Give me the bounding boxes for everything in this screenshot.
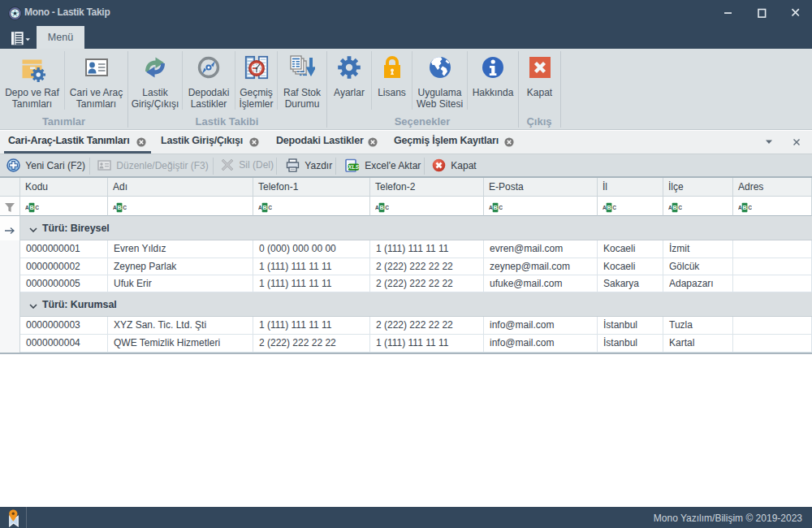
- svg-text:C: C: [612, 205, 616, 210]
- svg-text:XLS: XLS: [348, 164, 360, 170]
- svg-text:A: A: [489, 205, 493, 210]
- svg-text:A: A: [375, 205, 379, 210]
- svg-text:B: B: [117, 204, 121, 211]
- svg-text:B: B: [29, 204, 33, 211]
- svg-text:A: A: [25, 205, 29, 210]
- svg-text:C: C: [499, 205, 503, 210]
- svg-text:A: A: [113, 205, 117, 210]
- svg-text:C: C: [123, 205, 127, 210]
- svg-text:C: C: [385, 205, 389, 210]
- svg-text:B: B: [742, 204, 746, 211]
- svg-text:B: B: [493, 204, 497, 211]
- svg-text:C: C: [678, 205, 682, 210]
- svg-text:A: A: [668, 205, 672, 210]
- svg-text:A: A: [738, 205, 742, 210]
- svg-text:B: B: [379, 204, 383, 211]
- svg-text:C: C: [748, 205, 752, 210]
- svg-text:A: A: [258, 205, 262, 210]
- svg-text:A: A: [603, 205, 607, 210]
- svg-text:B: B: [672, 204, 676, 211]
- svg-text:B: B: [262, 204, 266, 211]
- svg-text:B: B: [607, 204, 611, 211]
- svg-text:C: C: [268, 205, 272, 210]
- svg-text:C: C: [35, 205, 39, 210]
